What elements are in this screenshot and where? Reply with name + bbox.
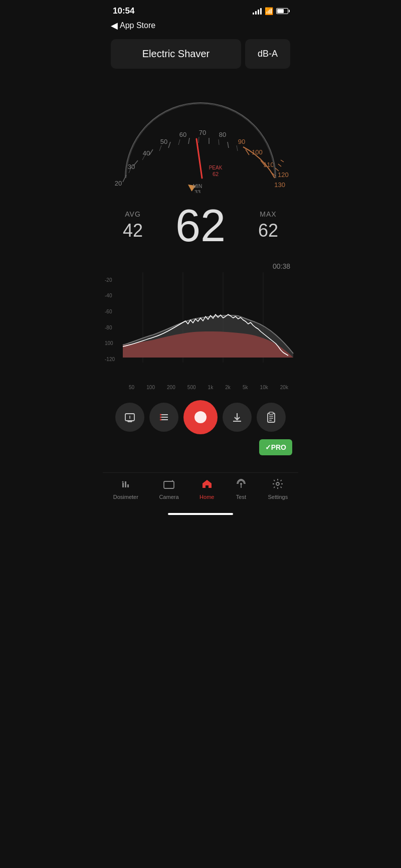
svg-text:30: 30 xyxy=(128,163,135,170)
max-value: 62 xyxy=(258,220,278,241)
main-reading: 62 xyxy=(175,203,226,248)
svg-line-15 xyxy=(159,145,161,151)
main-value: 62 xyxy=(175,203,226,248)
tab-test[interactable]: Test xyxy=(235,478,247,500)
x-label-500: 500 xyxy=(187,385,196,390)
download-button[interactable] xyxy=(223,403,252,432)
svg-text:110: 110 xyxy=(263,161,274,168)
max-reading: MAX 62 xyxy=(258,210,278,241)
signal-icon xyxy=(253,8,262,15)
svg-text:120: 120 xyxy=(278,171,289,179)
list-button[interactable] xyxy=(149,403,178,432)
x-label-1k: 1k xyxy=(208,385,214,390)
y-label-5: 100 xyxy=(103,341,115,346)
gauge-container: 20 30 40 50 60 70 80 90 100 110 120 130 … xyxy=(103,73,298,198)
svg-text:130: 130 xyxy=(274,181,285,189)
test-icon xyxy=(235,478,247,492)
svg-text:60: 60 xyxy=(179,131,186,138)
tab-camera[interactable]: Camera xyxy=(159,478,178,500)
home-icon xyxy=(201,478,213,492)
svg-text:100: 100 xyxy=(252,148,263,156)
x-label-200: 200 xyxy=(167,385,175,390)
x-label-2k: 2k xyxy=(225,385,231,390)
svg-line-4 xyxy=(188,138,189,144)
svg-line-35 xyxy=(196,139,202,178)
back-label: App Store xyxy=(120,21,155,30)
source-button[interactable]: Electric Shaver xyxy=(111,39,241,69)
status-bar: 10:54 📶 xyxy=(103,0,298,18)
tab-settings[interactable]: Settings xyxy=(268,478,288,500)
battery-icon xyxy=(276,8,288,14)
x-label-20k: 20k xyxy=(280,385,288,390)
x-label-100: 100 xyxy=(146,385,155,390)
avg-reading: AVG 42 xyxy=(123,210,143,241)
tab-dosimeter-label: Dosimeter xyxy=(113,494,138,500)
max-label: MAX xyxy=(258,210,278,218)
spectrum-y-labels: -20 -40 -60 -80 100 -120 xyxy=(103,272,115,368)
svg-text:40: 40 xyxy=(143,149,150,157)
avg-value: 42 xyxy=(123,220,143,241)
svg-text:70: 70 xyxy=(199,129,206,136)
svg-line-17 xyxy=(198,137,199,143)
svg-point-64 xyxy=(240,483,242,485)
x-label-50: 50 xyxy=(129,385,134,390)
back-button[interactable]: ◀ App Store xyxy=(111,20,155,31)
tab-dosimeter[interactable]: Dosimeter xyxy=(113,478,138,500)
record-button[interactable] xyxy=(183,400,218,434)
svg-line-6 xyxy=(228,142,229,148)
tab-bar: Dosimeter Camera Home Test xyxy=(103,472,298,510)
pro-badge[interactable]: ✓PRO xyxy=(259,439,292,455)
svg-text:90: 90 xyxy=(238,138,245,145)
svg-text:62: 62 xyxy=(213,171,219,177)
home-indicator xyxy=(168,513,233,515)
settings-icon xyxy=(272,478,284,492)
back-arrow-icon: ◀ xyxy=(111,20,118,31)
x-label-10k: 10k xyxy=(260,385,268,390)
y-label-2: -40 xyxy=(103,293,115,298)
readings-row: AVG 42 62 MAX 62 xyxy=(103,203,298,248)
svg-text:MIN: MIN xyxy=(193,184,202,189)
y-label-6: -120 xyxy=(103,357,115,362)
tab-camera-label: Camera xyxy=(159,494,178,500)
status-icons: 📶 xyxy=(253,7,288,15)
tab-test-label: Test xyxy=(236,494,246,500)
svg-point-66 xyxy=(276,482,279,485)
svg-text:33: 33 xyxy=(194,189,200,193)
svg-text:PEAK: PEAK xyxy=(209,165,223,170)
spectrum-svg xyxy=(103,272,298,373)
tab-home[interactable]: Home xyxy=(199,478,214,500)
svg-text:20: 20 xyxy=(115,180,122,187)
spectrum-timer: 00:38 xyxy=(103,262,298,270)
spectrum-section: 00:38 -20 -40 -60 -80 100 -120 xyxy=(103,258,298,390)
tab-home-label: Home xyxy=(199,494,214,500)
svg-line-16 xyxy=(178,139,180,145)
tab-settings-label: Settings xyxy=(268,494,288,500)
clipboard-button[interactable] xyxy=(257,403,286,432)
spectrum-chart: -20 -40 -60 -80 100 -120 xyxy=(103,272,298,383)
svg-line-0 xyxy=(123,175,126,182)
camera-icon xyxy=(163,478,175,492)
nav-back: ◀ App Store xyxy=(103,18,298,35)
x-label-5k: 5k xyxy=(243,385,248,390)
meter-button[interactable] xyxy=(115,403,144,432)
svg-line-19 xyxy=(237,145,238,151)
toolbar-area: ✓PRO xyxy=(103,390,298,464)
svg-line-18 xyxy=(219,139,219,145)
spectrum-x-labels: 50 100 200 500 1k 2k 5k 10k 20k xyxy=(103,383,298,390)
gauge-svg: 20 30 40 50 60 70 80 90 100 110 120 130 … xyxy=(110,83,291,193)
record-inner xyxy=(194,411,207,423)
svg-line-3 xyxy=(168,142,170,148)
svg-rect-62 xyxy=(164,481,174,488)
unit-button[interactable]: dB-A xyxy=(245,39,290,69)
svg-text:50: 50 xyxy=(160,138,167,145)
svg-rect-57 xyxy=(269,412,273,414)
svg-line-12 xyxy=(281,160,284,162)
status-time: 10:54 xyxy=(113,6,134,16)
y-label-3: -60 xyxy=(103,309,115,314)
svg-text:80: 80 xyxy=(219,131,226,138)
y-label-4: -80 xyxy=(103,325,115,330)
y-label-1: -20 xyxy=(103,278,115,283)
svg-line-11 xyxy=(278,164,281,166)
header-row: Electric Shaver dB-A xyxy=(103,35,298,73)
avg-label: AVG xyxy=(123,210,143,218)
